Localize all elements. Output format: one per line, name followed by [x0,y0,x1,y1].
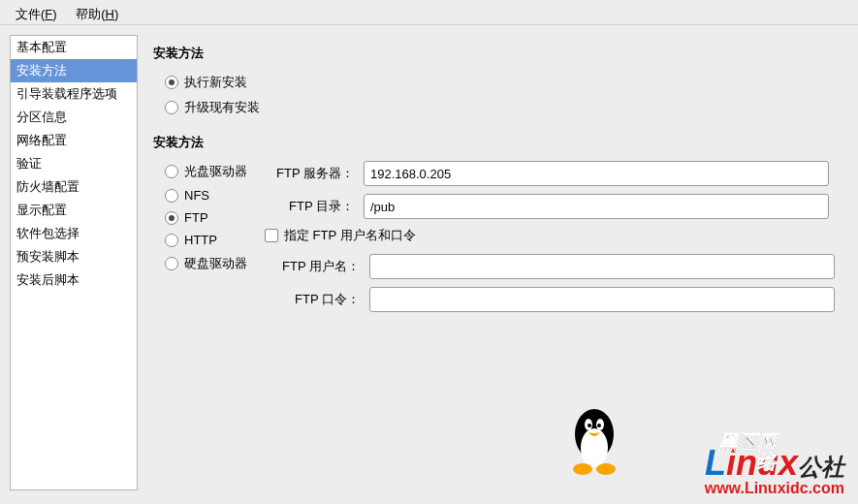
radio-icon [165,189,178,203]
radio-icon [165,101,178,114]
ftp-user-label: FTP 用户名： [280,258,364,275]
radio-icon [165,234,178,247]
radio-nfs[interactable]: NFS [165,184,247,206]
watermark: Linux公社 黑区网络 www.Linuxidc.com [705,446,844,496]
svg-point-5 [597,424,601,427]
radio-ftp[interactable]: FTP [165,206,247,229]
menu-help[interactable]: 帮助(H) [68,4,126,25]
main-panel: 安装方法 执行新安装 升级现有安装 安装方法 光盘驱动器 NFS [147,35,848,494]
checkbox-label: 指定 FTP 用户名和口令 [284,227,416,244]
radio-label: HTTP [184,233,217,247]
ftp-server-label: FTP 服务器： [265,165,358,182]
ftp-dir-label: FTP 目录： [265,198,358,215]
install-source-title: 安装方法 [153,134,842,151]
ftp-auth-checkbox[interactable]: 指定 FTP 用户名和口令 [265,227,842,244]
sidebar-item-display[interactable]: 显示配置 [11,199,137,222]
radio-new-install[interactable]: 执行新安装 [165,70,842,95]
radio-label: NFS [184,188,209,203]
menu-file[interactable]: 文件(F) [8,4,65,25]
install-method-title: 安装方法 [153,45,842,62]
radio-icon [165,165,178,178]
radio-icon [165,76,178,89]
radio-cdrom[interactable]: 光盘驱动器 [165,159,247,184]
svg-point-4 [588,424,591,427]
sidebar-item-auth[interactable]: 验证 [11,152,137,175]
install-source-group: 光盘驱动器 NFS FTP HTTP 硬盘驱动器 [153,159,247,320]
sidebar-item-bootloader[interactable]: 引导装载程序选项 [11,82,137,106]
install-method-group: 执行新安装 升级现有安装 [153,70,842,120]
radio-http[interactable]: HTTP [165,229,247,251]
sidebar-item-firewall[interactable]: 防火墙配置 [11,175,137,199]
svg-point-7 [596,463,616,475]
sidebar-item-network[interactable]: 网络配置 [11,129,137,152]
radio-icon [165,257,178,270]
sidebar-item-pre-script[interactable]: 预安装脚本 [11,245,137,268]
radio-label: 光盘驱动器 [184,163,247,180]
sidebar-item-packages[interactable]: 软件包选择 [11,222,137,245]
menubar: 文件(F) 帮助(H) [0,0,858,25]
ftp-server-input[interactable] [364,161,829,186]
radio-harddisk[interactable]: 硬盘驱动器 [165,251,247,276]
radio-label: 执行新安装 [184,74,247,91]
sidebar-item-install-method[interactable]: 安装方法 [11,59,137,82]
sidebar-item-partition[interactable]: 分区信息 [11,106,137,129]
radio-label: 升级现有安装 [184,99,260,116]
sidebar: 基本配置 安装方法 引导装载程序选项 分区信息 网络配置 验证 防火墙配置 显示… [10,35,138,490]
radio-label: FTP [184,210,208,225]
radio-icon [165,211,178,225]
checkbox-icon [265,229,278,242]
watermark-url: www.Linuxidc.com [705,481,844,496]
ftp-settings: FTP 服务器： FTP 目录： 指定 FTP 用户名和口令 FTP 用户名： [265,159,842,320]
sidebar-item-basic[interactable]: 基本配置 [11,36,137,59]
radio-upgrade[interactable]: 升级现有安装 [165,95,842,120]
ftp-pass-label: FTP 口令： [280,291,364,308]
ftp-dir-input[interactable] [364,194,829,219]
ftp-user-input[interactable] [369,254,835,279]
svg-point-6 [573,463,592,475]
tux-icon [563,405,625,477]
radio-label: 硬盘驱动器 [184,255,247,272]
ftp-pass-input[interactable] [369,287,835,312]
sidebar-item-post-script[interactable]: 安装后脚本 [11,268,137,292]
